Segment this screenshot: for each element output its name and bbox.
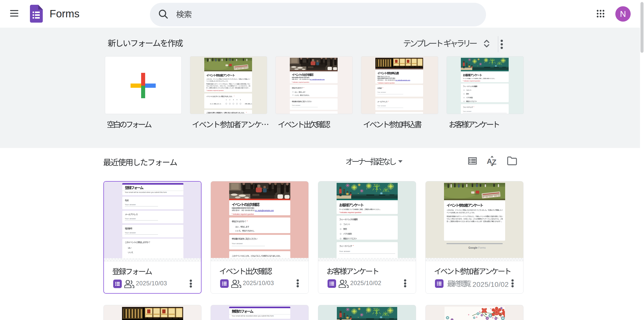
svg-text:A: A <box>487 157 492 165</box>
svg-text:Z: Z <box>492 158 496 166</box>
